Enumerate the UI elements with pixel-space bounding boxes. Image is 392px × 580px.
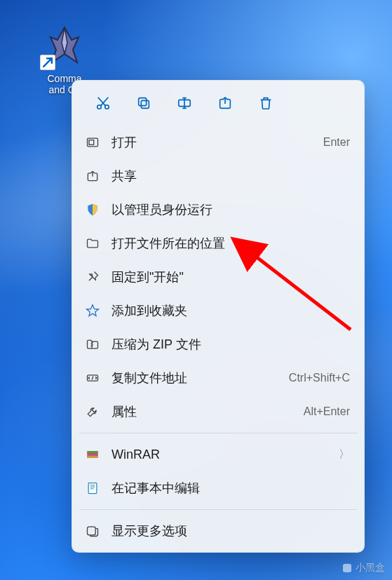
menu-item-winrar[interactable]: WinRAR 〉 bbox=[76, 438, 360, 471]
menu-item-open-file-location[interactable]: 打开文件所在的位置 bbox=[76, 227, 360, 260]
star-icon bbox=[83, 302, 102, 320]
menu-item-open[interactable]: 打开 Enter bbox=[76, 126, 360, 159]
menu-item-edit-in-notepad[interactable]: 在记事本中编辑 bbox=[76, 471, 360, 505]
svg-rect-6 bbox=[89, 140, 94, 145]
watermark: 小黑盒 bbox=[342, 562, 385, 574]
menu-label: 以管理员身份运行 bbox=[111, 201, 350, 218]
context-menu: 打开 Enter 共享 以管理员身份运行 打开文件所在的位置 固定到"开始" 添… bbox=[72, 80, 365, 553]
menu-shortcut: Alt+Enter bbox=[304, 405, 350, 418]
menu-item-run-as-admin[interactable]: 以管理员身份运行 bbox=[76, 193, 360, 227]
svg-rect-2 bbox=[141, 100, 149, 108]
more-options-icon bbox=[83, 522, 102, 540]
zip-icon bbox=[83, 335, 102, 353]
copy-button[interactable] bbox=[128, 88, 159, 119]
svg-rect-13 bbox=[88, 527, 96, 535]
svg-rect-11 bbox=[88, 456, 98, 458]
menu-item-properties[interactable]: 属性 Alt+Enter bbox=[76, 395, 360, 429]
menu-label: 打开文件所在的位置 bbox=[111, 235, 350, 252]
menu-label: 在记事本中编辑 bbox=[111, 480, 350, 497]
menu-shortcut: Ctrl+Shift+C bbox=[289, 372, 350, 384]
menu-label: 复制文件地址 bbox=[111, 370, 282, 386]
winrar-icon bbox=[83, 445, 102, 464]
rename-button[interactable] bbox=[169, 88, 200, 119]
menu-item-copy-as-path[interactable]: 复制文件地址 Ctrl+Shift+C bbox=[76, 361, 360, 395]
cut-button[interactable] bbox=[88, 88, 119, 119]
menu-item-show-more-options[interactable]: 显示更多选项 bbox=[76, 514, 360, 548]
menu-item-add-to-favorites[interactable]: 添加到收藏夹 bbox=[76, 294, 360, 328]
menu-item-compress-to-zip[interactable]: 压缩为 ZIP 文件 bbox=[76, 328, 360, 361]
shortcut-overlay-icon bbox=[40, 55, 55, 70]
menu-label: 打开 bbox=[111, 134, 316, 151]
menu-label: 添加到收藏夹 bbox=[111, 302, 350, 319]
menu-item-pin-to-start[interactable]: 固定到"开始" bbox=[76, 260, 360, 294]
menu-label: 属性 bbox=[111, 403, 297, 420]
share-button[interactable] bbox=[210, 88, 241, 119]
svg-rect-15 bbox=[343, 564, 351, 572]
menu-label: 共享 bbox=[111, 168, 350, 184]
svg-rect-10 bbox=[88, 453, 98, 455]
svg-rect-3 bbox=[139, 98, 147, 106]
menu-label: 显示更多选项 bbox=[111, 522, 350, 539]
menu-separator bbox=[79, 433, 357, 433]
delete-button[interactable] bbox=[250, 88, 281, 119]
app-icon bbox=[40, 21, 89, 70]
open-icon bbox=[83, 133, 102, 151]
watermark-text: 小黑盒 bbox=[356, 562, 385, 574]
svg-rect-9 bbox=[88, 451, 98, 453]
menu-label: 压缩为 ZIP 文件 bbox=[111, 336, 350, 353]
pin-icon bbox=[83, 268, 102, 286]
path-icon bbox=[83, 369, 102, 387]
svg-point-0 bbox=[97, 105, 102, 109]
menu-item-share[interactable]: 共享 bbox=[76, 159, 360, 193]
shield-icon bbox=[83, 201, 102, 219]
wrench-icon bbox=[83, 403, 102, 421]
svg-point-1 bbox=[105, 105, 109, 109]
menu-separator bbox=[79, 509, 357, 510]
chevron-right-icon: 〉 bbox=[339, 447, 350, 462]
context-menu-toolbar bbox=[76, 85, 360, 126]
menu-label: 固定到"开始" bbox=[111, 269, 350, 285]
menu-label: WinRAR bbox=[111, 447, 334, 462]
menu-shortcut: Enter bbox=[323, 136, 350, 149]
notepad-icon bbox=[83, 479, 102, 497]
svg-rect-12 bbox=[88, 483, 97, 494]
share-icon bbox=[83, 167, 102, 185]
folder-icon bbox=[83, 234, 102, 252]
